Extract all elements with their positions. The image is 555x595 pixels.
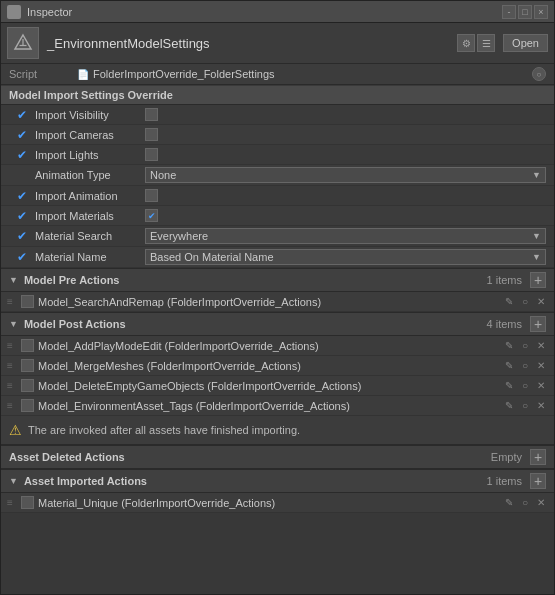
material-name-label: Material Name <box>35 251 145 263</box>
material-name-value: Based On Material Name ▼ <box>145 249 546 265</box>
material-name-arrow: ▼ <box>532 252 541 262</box>
material-search-dropdown[interactable]: Everywhere ▼ <box>145 228 546 244</box>
material-name-row: ✔ Material Name Based On Material Name ▼ <box>1 247 554 268</box>
post-action-checkbox-0[interactable] <box>21 339 34 352</box>
imported-action-edit-0[interactable]: ✎ <box>502 496 516 510</box>
post-fold-icon[interactable]: ▼ <box>9 319 18 329</box>
imported-action-checkbox-0[interactable] <box>21 496 34 509</box>
import-cameras-row: ✔ Import Cameras <box>1 125 554 145</box>
warning-icon: ⚠ <box>9 422 22 438</box>
import-animation-label: Import Animation <box>35 190 145 202</box>
script-circle-button[interactable]: ○ <box>532 67 546 81</box>
pre-action-edit-0[interactable]: ✎ <box>502 295 516 309</box>
header-icon-buttons: ⚙ ☰ <box>457 34 495 52</box>
scroll-area[interactable]: Model Import Settings Override ✔ Import … <box>1 85 554 594</box>
pre-action-circle-0[interactable]: ○ <box>518 295 532 309</box>
settings-icon-btn[interactable]: ⚙ <box>457 34 475 52</box>
post-action-circle-3[interactable]: ○ <box>518 399 532 413</box>
warning-row: ⚠ The are invoked after all assets have … <box>1 416 554 445</box>
animation-type-arrow: ▼ <box>532 170 541 180</box>
imported-action-item-0: ≡ Material_Unique (FolderImportOverride_… <box>1 493 554 513</box>
post-action-edit-2[interactable]: ✎ <box>502 379 516 393</box>
pre-action-controls-0: ✎ ○ ✕ <box>502 295 548 309</box>
maximize-button[interactable]: □ <box>518 5 532 19</box>
unity-logo-icon <box>7 27 39 59</box>
material-search-arrow: ▼ <box>532 231 541 241</box>
asset-imported-header: ▼ Asset Imported Actions 1 items + <box>1 469 554 493</box>
imported-drag-handle-0[interactable]: ≡ <box>7 497 17 508</box>
import-cameras-value <box>145 128 546 141</box>
pre-action-label-0: Model_SearchAndRemap (FolderImportOverri… <box>38 296 498 308</box>
animation-type-dropdown[interactable]: None ▼ <box>145 167 546 183</box>
asset-deleted-title: Asset Deleted Actions <box>9 451 487 463</box>
asset-imported-count: 1 items <box>487 475 522 487</box>
model-section-header: Model Import Settings Override <box>1 85 554 105</box>
post-action-edit-3[interactable]: ✎ <box>502 399 516 413</box>
import-materials-checkbox[interactable]: ✔ <box>145 209 158 222</box>
post-drag-handle-1[interactable]: ≡ <box>7 360 17 371</box>
imported-action-label-0: Material_Unique (FolderImportOverride_Ac… <box>38 497 498 509</box>
model-post-actions-title: Model Post Actions <box>24 318 483 330</box>
pre-action-item-0: ≡ Model_SearchAndRemap (FolderImportOver… <box>1 292 554 312</box>
imported-action-delete-0[interactable]: ✕ <box>534 496 548 510</box>
script-file-icon: 📄 <box>77 69 89 80</box>
post-action-checkbox-1[interactable] <box>21 359 34 372</box>
post-action-edit-0[interactable]: ✎ <box>502 339 516 353</box>
minimize-button[interactable]: - <box>502 5 516 19</box>
material-name-dropdown[interactable]: Based On Material Name ▼ <box>145 249 546 265</box>
pre-actions-count: 1 items <box>487 274 522 286</box>
animation-type-row: ✔ Animation Type None ▼ <box>1 165 554 186</box>
post-action-label-3: Model_EnvironmentAsset_Tags (FolderImpor… <box>38 400 498 412</box>
import-visibility-value <box>145 108 546 121</box>
import-animation-checkbox[interactable] <box>145 189 158 202</box>
import-lights-label: Import Lights <box>35 149 145 161</box>
post-action-controls-1: ✎ ○ ✕ <box>502 359 548 373</box>
post-drag-handle-2[interactable]: ≡ <box>7 380 17 391</box>
imported-action-circle-0[interactable]: ○ <box>518 496 532 510</box>
content-area: _EnvironmentModelSettings ⚙ ☰ Open Scrip… <box>1 23 554 594</box>
post-drag-handle-3[interactable]: ≡ <box>7 400 17 411</box>
import-materials-value: ✔ <box>145 209 546 222</box>
post-action-delete-1[interactable]: ✕ <box>534 359 548 373</box>
pre-fold-icon[interactable]: ▼ <box>9 275 18 285</box>
window-icon <box>7 5 21 19</box>
pre-drag-handle-0[interactable]: ≡ <box>7 296 17 307</box>
asset-imported-title: Asset Imported Actions <box>24 475 483 487</box>
script-row: Script 📄 FolderImportOverride_FolderSett… <box>1 64 554 85</box>
import-cameras-checkbox[interactable] <box>145 128 158 141</box>
post-action-circle-2[interactable]: ○ <box>518 379 532 393</box>
post-action-item-1: ≡ Model_MergeMeshes (FolderImportOverrid… <box>1 356 554 376</box>
post-action-delete-3[interactable]: ✕ <box>534 399 548 413</box>
asset-imported-add-button[interactable]: + <box>530 473 546 489</box>
post-action-circle-1[interactable]: ○ <box>518 359 532 373</box>
import-visibility-row: ✔ Import Visibility <box>1 105 554 125</box>
material-search-row: ✔ Material Search Everywhere ▼ <box>1 226 554 247</box>
object-header: _EnvironmentModelSettings ⚙ ☰ Open <box>1 23 554 64</box>
pre-action-checkbox-0[interactable] <box>21 295 34 308</box>
import-animation-value <box>145 189 546 202</box>
menu-icon-btn[interactable]: ☰ <box>477 34 495 52</box>
post-action-edit-1[interactable]: ✎ <box>502 359 516 373</box>
import-visibility-checkbox[interactable] <box>145 108 158 121</box>
post-actions-add-button[interactable]: + <box>530 316 546 332</box>
post-action-delete-2[interactable]: ✕ <box>534 379 548 393</box>
post-actions-count: 4 items <box>487 318 522 330</box>
import-lights-checkbox[interactable] <box>145 148 158 161</box>
import-lights-row: ✔ Import Lights <box>1 145 554 165</box>
post-action-label-2: Model_DeleteEmptyGameObjects (FolderImpo… <box>38 380 498 392</box>
post-action-checkbox-2[interactable] <box>21 379 34 392</box>
pre-actions-add-button[interactable]: + <box>530 272 546 288</box>
post-action-checkbox-3[interactable] <box>21 399 34 412</box>
pre-action-delete-0[interactable]: ✕ <box>534 295 548 309</box>
post-action-delete-0[interactable]: ✕ <box>534 339 548 353</box>
post-drag-handle-0[interactable]: ≡ <box>7 340 17 351</box>
close-button[interactable]: × <box>534 5 548 19</box>
asset-deleted-add-button[interactable]: + <box>530 449 546 465</box>
open-button[interactable]: Open <box>503 34 548 52</box>
imported-fold-icon[interactable]: ▼ <box>9 476 18 486</box>
post-action-controls-2: ✎ ○ ✕ <box>502 379 548 393</box>
post-action-item-2: ≡ Model_DeleteEmptyGameObjects (FolderIm… <box>1 376 554 396</box>
title-bar: Inspector - □ × <box>1 1 554 23</box>
post-action-circle-0[interactable]: ○ <box>518 339 532 353</box>
object-name: _EnvironmentModelSettings <box>47 36 449 51</box>
